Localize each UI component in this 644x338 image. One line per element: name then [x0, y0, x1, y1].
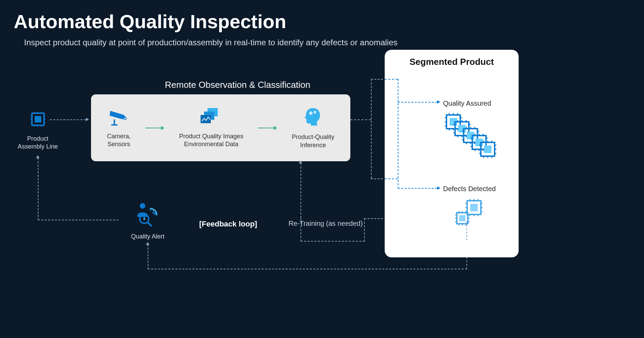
connector-retraining-bottom: [301, 241, 365, 242]
svg-point-26: [140, 203, 145, 209]
connector-assembly-to-remote: [50, 119, 86, 120]
arrowhead-icon: [437, 186, 440, 190]
connector-branch-vertical: [371, 79, 372, 178]
arrowhead-icon: [299, 160, 302, 163]
page-title: Automated Quality Inspection: [14, 10, 286, 33]
inference-label: Product-Quality Inference: [292, 133, 334, 149]
connector-retraining-left-v: [301, 218, 301, 242]
alert-inspector-icon: [134, 202, 161, 228]
arrowhead-icon: [86, 118, 89, 121]
svg-rect-1: [35, 116, 41, 123]
connector-defects-feedback-v-left: [148, 244, 148, 269]
svg-line-28: [148, 222, 151, 226]
remote-observation-box: Camera, Sensors Product Quality Images E…: [91, 94, 350, 161]
svg-rect-17: [114, 119, 115, 124]
connector-alert-up: [38, 158, 38, 220]
feedback-loop-label: [Feedback loop]: [199, 220, 257, 229]
connector-branch-bottom: [371, 178, 383, 179]
chip-defect-icon: [453, 197, 488, 230]
connector-segmented-v: [398, 79, 398, 189]
camera-node: Camera, Sensors: [107, 107, 131, 149]
connector-defect-down: [466, 221, 467, 240]
connector-retraining-up: [301, 163, 301, 218]
connector-alert-left: [38, 220, 118, 220]
images-label: Product Quality Images Environmental Dat…: [179, 132, 243, 149]
svg-rect-106: [470, 204, 478, 211]
svg-rect-92: [484, 145, 492, 153]
svg-marker-14: [110, 111, 124, 119]
assembly-node: Product Assembly Line: [14, 110, 62, 151]
svg-rect-120: [459, 215, 465, 221]
images-icon: [200, 107, 222, 128]
connector-inference-out: [350, 119, 371, 120]
chip-stack-icon: [443, 112, 498, 161]
images-node: Product Quality Images Environmental Dat…: [179, 107, 243, 149]
retraining-label: Re-Training (as needed): [289, 220, 363, 228]
arrow-icon: [145, 128, 164, 128]
svg-line-32: [153, 210, 154, 211]
connector-defects-feedback-h: [148, 269, 467, 269]
camera-label: Camera, Sensors: [107, 132, 131, 149]
defects-detected-label: Defects Detected: [443, 185, 496, 193]
svg-rect-18: [111, 124, 117, 126]
arrowhead-icon: [437, 100, 440, 104]
connector-branch-top: [371, 79, 383, 80]
connector-assured: [398, 102, 437, 103]
connector-retraining-right-v: [364, 218, 365, 242]
connector-defects: [398, 188, 437, 189]
chip-icon: [29, 110, 47, 130]
connector-segment-in-bottom: [385, 178, 398, 179]
quality-alert-node: Quality Alert: [120, 202, 175, 241]
arrow-icon: [258, 128, 277, 128]
connector-segment-in-top: [385, 79, 398, 80]
ai-head-icon: [303, 106, 323, 128]
segmented-title: Segmented Product: [385, 57, 519, 67]
camera-icon: [109, 107, 129, 128]
segmented-product-panel: Segmented Product Quality Assured Defect…: [385, 50, 519, 257]
inference-node: Product-Quality Inference: [292, 106, 334, 149]
svg-point-29: [143, 218, 145, 220]
arrowhead-icon: [36, 155, 39, 158]
connector-retraining-tosegment: [364, 218, 383, 219]
assembly-label: Product Assembly Line: [18, 135, 58, 151]
remote-section-title: Remote Observation & Classification: [165, 80, 310, 90]
svg-line-31: [150, 209, 151, 210]
page-subtitle: Inspect product quality at point of prod…: [24, 38, 397, 47]
quality-assured-label: Quality Assured: [443, 100, 491, 107]
arrowhead-icon: [146, 242, 149, 245]
quality-alert-label: Quality Alert: [131, 233, 164, 241]
